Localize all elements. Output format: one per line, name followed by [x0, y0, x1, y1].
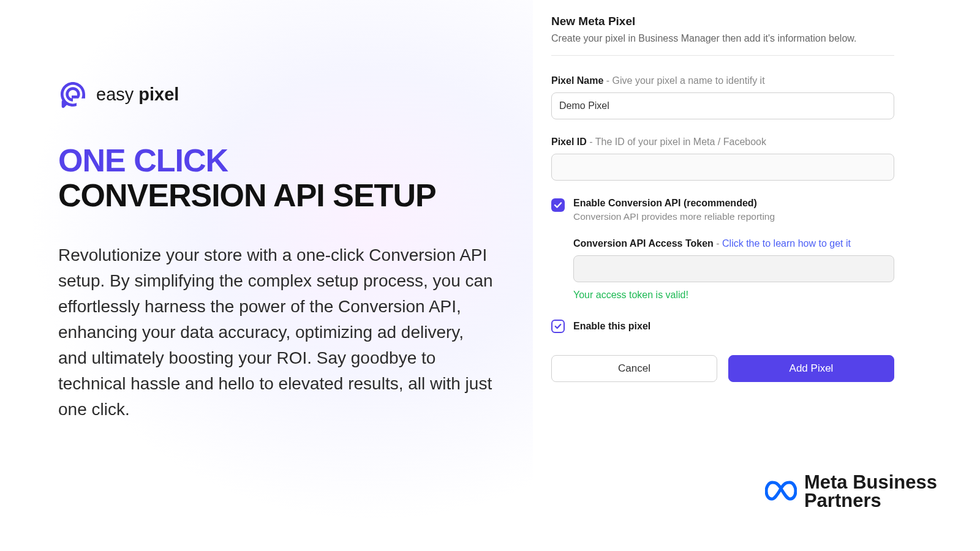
- divider: [551, 55, 894, 56]
- marketing-panel: easy pixel ONE CLICK CONVERSION API SETU…: [0, 0, 533, 551]
- add-pixel-button[interactable]: Add Pixel: [728, 355, 894, 382]
- enable-capi-row[interactable]: Enable Conversion API (recommended) Conv…: [551, 198, 894, 222]
- headline-primary: ONE CLICK: [58, 143, 496, 178]
- enable-pixel-checkbox[interactable]: [551, 320, 565, 333]
- brand-logo: easy pixel: [58, 80, 496, 109]
- pixel-id-label: Pixel ID - The ID of your pixel in Meta …: [551, 137, 894, 148]
- enable-capi-checkbox[interactable]: [551, 198, 565, 212]
- enable-pixel-label: Enable this pixel: [573, 321, 650, 332]
- hero-body: Revolutionize your store with a one-clic…: [58, 242, 496, 422]
- pixel-form-panel: New Meta Pixel Create your pixel in Busi…: [533, 0, 980, 551]
- enable-capi-label: Enable Conversion API (recommended): [573, 198, 775, 209]
- cancel-button[interactable]: Cancel: [551, 355, 717, 382]
- brand-logo-text: easy pixel: [96, 84, 179, 105]
- enable-pixel-row[interactable]: Enable this pixel: [551, 319, 894, 333]
- capi-token-help-link[interactable]: Click the to learn how to get it: [722, 238, 851, 249]
- easy-pixel-logo-icon: [58, 80, 88, 109]
- form-title: New Meta Pixel: [551, 15, 894, 28]
- pixel-name-input[interactable]: [551, 92, 894, 119]
- meta-partners-badge: Meta Business Partners: [765, 473, 937, 509]
- headline-secondary: CONVERSION API SETUP: [58, 178, 496, 213]
- pixel-id-input[interactable]: [551, 154, 894, 181]
- pixel-name-label: Pixel Name - Give your pixel a name to i…: [551, 75, 894, 86]
- form-subtitle: Create your pixel in Business Manager th…: [551, 33, 894, 44]
- capi-token-label: Conversion API Access Token - Click the …: [573, 238, 894, 249]
- capi-token-input[interactable]: [573, 255, 894, 282]
- enable-capi-sub: Conversion API provides more reliable re…: [573, 211, 775, 222]
- meta-infinity-icon: [765, 480, 797, 503]
